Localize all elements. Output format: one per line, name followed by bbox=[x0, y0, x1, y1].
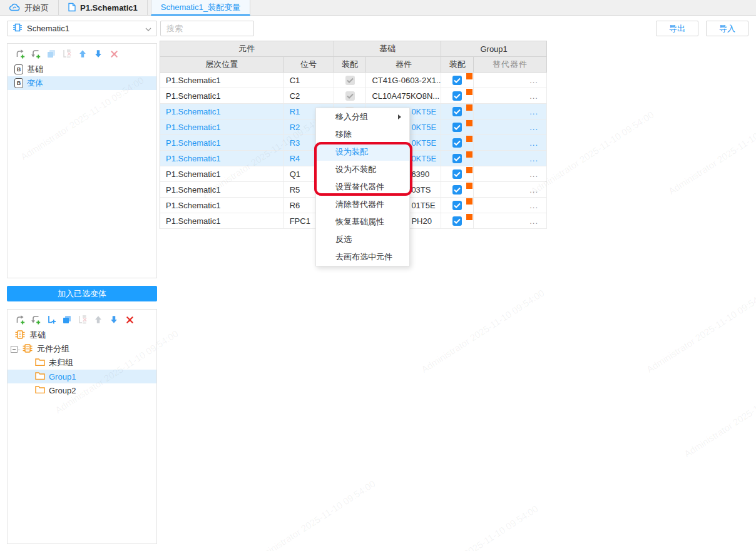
group-base-label: 基础 bbox=[29, 330, 46, 341]
group-assembly-checkbox[interactable] bbox=[452, 185, 462, 195]
modified-marker bbox=[466, 183, 472, 189]
group-tree-item-component-groups[interactable]: 元件分组 bbox=[8, 342, 156, 356]
delete-tree-icon[interactable] bbox=[77, 314, 88, 325]
group-assembly-checkbox[interactable] bbox=[452, 107, 462, 116]
group-assembly-checkbox[interactable] bbox=[452, 76, 462, 85]
add-variant-icon[interactable] bbox=[14, 48, 26, 59]
delete-icon[interactable] bbox=[124, 314, 135, 325]
modified-marker bbox=[466, 214, 472, 220]
base-assembly-checkbox[interactable] bbox=[345, 91, 355, 101]
move-down-icon[interactable] bbox=[108, 314, 120, 325]
alt-device-ellipsis-button[interactable]: ... bbox=[474, 119, 547, 135]
variant-tree-item-base[interactable]: B 基础 bbox=[8, 63, 156, 76]
menu-item-set-not-assembled[interactable]: 设为不装配 bbox=[316, 161, 409, 178]
watermark-text: Administrator 2025-11-10 09:54:00 bbox=[682, 372, 756, 459]
alt-device-ellipsis-button[interactable]: ... bbox=[474, 166, 547, 182]
tab-schematic[interactable]: P1.Schematic1 bbox=[59, 0, 148, 16]
alt-device-ellipsis-button[interactable]: ... bbox=[474, 88, 547, 104]
group-tree-item-ungrouped[interactable]: 未归组 bbox=[8, 356, 156, 370]
group-tree-item-group2[interactable]: Group2 bbox=[8, 383, 156, 397]
export-button[interactable]: 导出 bbox=[656, 21, 698, 36]
tab-schematic-label: P1.Schematic1 bbox=[80, 3, 138, 13]
base-assembly-checkbox[interactable] bbox=[345, 76, 355, 85]
group-assembly-checkbox[interactable] bbox=[452, 123, 462, 132]
copy-icon[interactable] bbox=[46, 48, 57, 59]
menu-item-label: 移入分组 bbox=[335, 112, 368, 121]
folder-icon bbox=[35, 372, 45, 382]
group-header-group1: Group1 bbox=[441, 41, 547, 57]
alt-device-ellipsis-button[interactable]: ... bbox=[474, 151, 547, 166]
hierarchy-cell: P1.Schematic1 bbox=[160, 151, 284, 166]
alt-device-ellipsis-button[interactable]: ... bbox=[474, 135, 547, 151]
watermark-text: Administrator 2025-11-10 09:54:00 bbox=[250, 478, 377, 551]
hierarchy-cell: P1.Schematic1 bbox=[160, 166, 284, 182]
variant-b-icon: B bbox=[14, 78, 23, 88]
menu-item-invert-selection[interactable]: 反选 bbox=[316, 231, 409, 248]
sheet-selector-dropdown[interactable]: Schematic1 bbox=[7, 21, 157, 36]
table-row[interactable]: P1.Schematic1 C2 CL10A475KO8N... ... bbox=[160, 88, 547, 104]
group-tree-item-base[interactable]: 基础 bbox=[8, 328, 156, 342]
menu-item-clear-alt-device[interactable]: 清除替代器件 bbox=[316, 196, 409, 213]
move-up-icon[interactable] bbox=[77, 48, 88, 59]
alt-device-ellipsis-button[interactable]: ... bbox=[474, 182, 547, 198]
alt-device-ellipsis-button[interactable]: ... bbox=[474, 104, 547, 119]
clone-group-icon[interactable] bbox=[30, 314, 41, 325]
menu-item-select-on-canvas[interactable]: 去画布选中元件 bbox=[316, 248, 409, 266]
group1-label: Group1 bbox=[49, 372, 76, 382]
modified-marker bbox=[466, 167, 472, 173]
group-header-component: 元件 bbox=[160, 41, 334, 57]
add-to-selected-variant-button[interactable]: 加入已选变体 bbox=[7, 286, 157, 301]
chip-icon bbox=[14, 330, 26, 341]
collapse-toggle-icon[interactable] bbox=[11, 346, 18, 353]
alt-device-ellipsis-button[interactable]: ... bbox=[474, 213, 547, 229]
menu-item-move-to-group[interactable]: 移入分组 bbox=[316, 108, 409, 126]
import-button[interactable]: 导入 bbox=[706, 21, 748, 36]
variant-b-icon: B bbox=[14, 64, 23, 74]
component-groups-label: 元件分组 bbox=[37, 343, 69, 355]
group-assembly-checkbox[interactable] bbox=[452, 201, 462, 210]
move-down-icon[interactable] bbox=[93, 48, 104, 59]
copy-icon[interactable] bbox=[61, 314, 73, 325]
modified-marker bbox=[466, 73, 472, 79]
menu-item-set-alt-device[interactable]: 设置替代器件 bbox=[316, 178, 409, 196]
add-subgroup-icon[interactable] bbox=[46, 314, 57, 325]
group-panel: 基础 元件分组 未归组 Group1 Group2 bbox=[7, 309, 157, 544]
hierarchy-cell: P1.Schematic1 bbox=[160, 198, 284, 213]
group-assembly-checkbox[interactable] bbox=[452, 138, 462, 148]
clone-variant-icon[interactable] bbox=[30, 48, 41, 59]
group-tree-item-group1[interactable]: Group1 bbox=[8, 370, 156, 383]
delete-icon[interactable] bbox=[108, 48, 120, 59]
delete-tree-icon[interactable] bbox=[61, 48, 73, 59]
alt-device-ellipsis-button[interactable]: ... bbox=[474, 198, 547, 213]
hierarchy-cell: P1.Schematic1 bbox=[160, 88, 284, 104]
device-cell: CL10A475KO8N... bbox=[366, 88, 441, 104]
group-assembly-checkbox[interactable] bbox=[452, 91, 462, 101]
tab-bar: 开始页 P1.Schematic1 Schematic1_装配变量 bbox=[0, 0, 756, 16]
move-up-icon[interactable] bbox=[93, 314, 104, 325]
column-header-device: 器件 bbox=[366, 57, 441, 73]
table-row[interactable]: P1.Schematic1 C1 CT41G-0603-2X1... ... bbox=[160, 73, 547, 88]
context-menu: 移入分组 移除 设为装配 设为不装配 设置替代器件 清除替代器件 恢复基础属性 … bbox=[315, 108, 410, 266]
add-group-icon[interactable] bbox=[14, 314, 26, 325]
hierarchy-cell: P1.Schematic1 bbox=[160, 119, 284, 135]
submenu-arrow-icon bbox=[398, 114, 401, 119]
alt-device-ellipsis-button[interactable]: ... bbox=[474, 73, 547, 88]
group-assembly-checkbox[interactable] bbox=[452, 216, 462, 226]
menu-item-remove[interactable]: 移除 bbox=[316, 126, 409, 143]
watermark-text: Administrator 2025-11-10 09:54:00 bbox=[645, 287, 756, 375]
group-assembly-checkbox[interactable] bbox=[452, 154, 462, 163]
group-assembly-checkbox[interactable] bbox=[452, 169, 462, 179]
table-header-row: 层次位置 位号 装配 器件 装配 替代器件 bbox=[160, 57, 547, 73]
group2-label: Group2 bbox=[49, 386, 76, 395]
column-header-alt-device: 替代器件 bbox=[474, 57, 547, 73]
menu-item-label: 设为装配 bbox=[335, 147, 368, 156]
tab-start-page[interactable]: 开始页 bbox=[0, 0, 59, 16]
menu-item-restore-base[interactable]: 恢复基础属性 bbox=[316, 213, 409, 231]
hierarchy-cell: P1.Schematic1 bbox=[160, 73, 284, 88]
tab-assembly-variant[interactable]: Schematic1_装配变量 bbox=[151, 0, 250, 16]
menu-item-label: 设为不装配 bbox=[335, 164, 376, 174]
search-input[interactable] bbox=[160, 21, 254, 36]
menu-item-label: 清除替代器件 bbox=[335, 200, 384, 209]
variant-tree-item-variant[interactable]: B 变体 bbox=[8, 76, 156, 90]
menu-item-set-assembled[interactable]: 设为装配 bbox=[316, 143, 409, 161]
